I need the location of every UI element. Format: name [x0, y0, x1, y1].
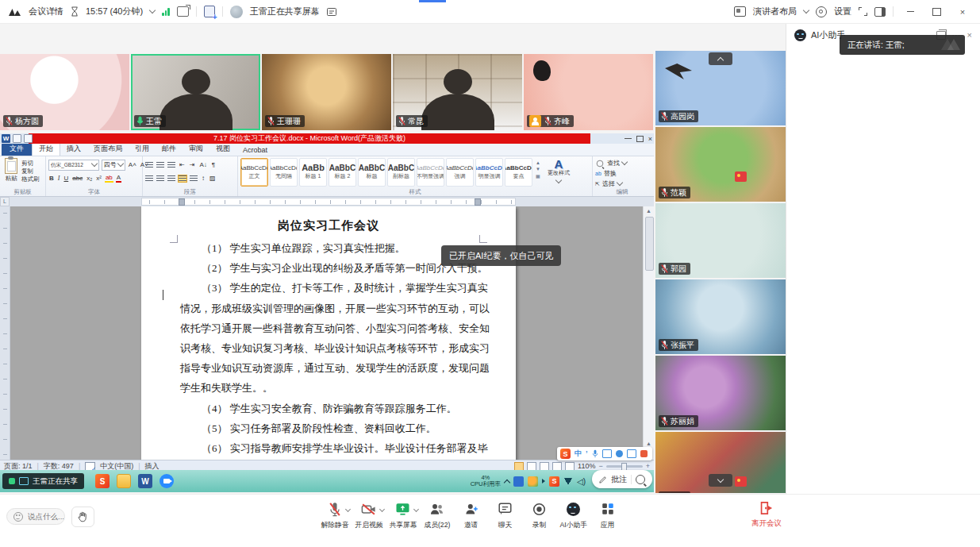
chevron-up-icon[interactable]: [345, 507, 351, 512]
timer-chevron-down-icon[interactable]: [149, 7, 156, 13]
paste-button[interactable]: 粘贴: [2, 158, 20, 183]
format-painter-button[interactable]: 格式刷: [21, 175, 40, 183]
emoji-icon[interactable]: [13, 512, 23, 522]
copy-button[interactable]: 复制: [21, 168, 40, 175]
bold-button[interactable]: B: [48, 175, 55, 182]
document-body[interactable]: （1） 学生实习单位跟踪，实习真实性把握。 （2） 学生与实习企业出现的纠纷及矛…: [180, 238, 477, 460]
document-page[interactable]: 岗位实习工作会议 （1） 学生实习单位跟踪，实习真实性把握。 （2） 学生与实习…: [141, 206, 516, 460]
tray-app-icon[interactable]: [513, 476, 524, 487]
punctuation-icon[interactable]: ’: [586, 449, 588, 459]
print-layout-view-button[interactable]: [514, 462, 524, 471]
taskbar-explorer-icon[interactable]: [117, 474, 131, 488]
invite-button[interactable]: 邀请: [454, 501, 488, 530]
justify-button[interactable]: [179, 175, 186, 182]
meeting-detail-link[interactable]: 会议详情: [29, 6, 63, 17]
sort-button[interactable]: A↓: [198, 161, 207, 168]
vertical-ruler[interactable]: [0, 206, 10, 460]
strikethrough-button[interactable]: abc: [71, 175, 83, 182]
document-text-line[interactable]: （6） 实习指导教师安排学生毕业设计。毕业设计任务部署及毕: [180, 438, 477, 458]
tray-network-icon[interactable]: [563, 478, 573, 485]
document-text-line[interactable]: 依托学习通开展一些科普教育互动问答、小型实习问答考核、安全知: [180, 318, 477, 338]
style-item[interactable]: AaBbC 标题 2: [329, 158, 356, 187]
annotation-pill[interactable]: 批注: [592, 470, 652, 488]
magnifier-icon[interactable]: [636, 475, 645, 484]
participant-video-tile[interactable]: 张振平: [655, 279, 786, 354]
ribbon-tab[interactable]: Acrobat: [236, 145, 274, 156]
underline-button[interactable]: U: [63, 175, 69, 182]
participant-video-tile[interactable]: 范颖: [655, 127, 786, 202]
subscript-button[interactable]: x₂: [86, 175, 93, 182]
word-minimize-button[interactable]: [625, 138, 632, 139]
new-doc-icon[interactable]: [204, 6, 215, 17]
word-restore-button[interactable]: [636, 136, 644, 142]
taskbar-sogou-icon[interactable]: S: [95, 474, 110, 488]
multilevel-list-button[interactable]: [167, 162, 175, 168]
apps-button[interactable]: 应用: [590, 501, 625, 530]
document-text-line[interactable]: 学生和失联学生。。: [180, 378, 477, 398]
style-item[interactable]: AaBbCcDd 正文: [240, 158, 268, 187]
align-right-button[interactable]: [167, 175, 175, 182]
outline-view-button[interactable]: [552, 462, 562, 471]
meeting-timer[interactable]: 15:57 (40分钟): [86, 6, 143, 17]
toolbox-icon[interactable]: [627, 449, 636, 458]
document-text-line[interactable]: 业作品质量、毕业报告格式认定。: [180, 458, 477, 460]
font-color-button[interactable]: A: [116, 174, 121, 183]
document-text-line[interactable]: 识考核、专业知识复习考核、毕业设计知识点考核等环节，形成实习: [180, 338, 477, 358]
filmstrip-scroll-down-button[interactable]: [709, 474, 732, 487]
participant-video-tile[interactable]: 王珊珊: [262, 54, 391, 130]
sogou-input-toolbar[interactable]: S 中 ’: [557, 447, 652, 460]
ribbon-tab[interactable]: 页面布局: [87, 143, 129, 156]
tray-sogou-icon[interactable]: S: [549, 476, 559, 487]
scrollbar-thumb[interactable]: [645, 217, 654, 271]
quick-chat-input[interactable]: [26, 511, 71, 522]
layout-selector[interactable]: 演讲者布局: [753, 6, 797, 17]
cut-button[interactable]: 剪切: [21, 160, 40, 168]
zoom-out-button[interactable]: −: [598, 462, 602, 470]
cpu-usage-widget[interactable]: 4% CPU利用率: [471, 475, 501, 487]
participant-video-tile[interactable]: 王雷: [131, 54, 260, 130]
taskbar-word-icon[interactable]: W: [138, 474, 152, 488]
find-button[interactable]: 查找: [595, 158, 649, 168]
style-item[interactable]: AaBbC 标题: [358, 158, 386, 187]
ribbon-tab[interactable]: 视图: [209, 143, 236, 156]
chat-button[interactable]: 聊天: [488, 501, 522, 530]
style-item[interactable]: AaBbCcDd 无间隔: [270, 158, 298, 187]
fullscreen-icon[interactable]: [859, 7, 867, 16]
font-name-combobox[interactable]: 仿宋_GB2312: [48, 160, 99, 171]
word-close-button[interactable]: ×: [648, 135, 652, 143]
ribbon-tab[interactable]: 插入: [60, 143, 87, 156]
close-button[interactable]: ×: [953, 5, 972, 19]
chevron-up-icon[interactable]: [413, 507, 419, 512]
fullscreen-view-button[interactable]: [527, 462, 536, 471]
chevron-up-icon[interactable]: [379, 507, 385, 512]
ribbon-tab[interactable]: 开始: [32, 142, 60, 156]
italic-button[interactable]: I: [57, 175, 61, 182]
style-item[interactable]: AaBbCcDe 明显强调: [475, 158, 503, 187]
ribbon-tab[interactable]: 文件: [2, 143, 32, 156]
tray-app-icon[interactable]: [528, 476, 538, 487]
align-center-button[interactable]: [156, 175, 164, 182]
quick-chat-pill[interactable]: [6, 508, 65, 525]
ribbon-tab[interactable]: 审阅: [183, 143, 209, 156]
indent-marker-right[interactable]: [475, 198, 481, 206]
horizontal-ruler[interactable]: L: [0, 197, 654, 206]
voice-input-icon[interactable]: [592, 449, 598, 458]
tab-selector[interactable]: L: [0, 197, 10, 206]
grow-font-button[interactable]: A˄: [128, 161, 137, 168]
highlight-color-button[interactable]: ab: [105, 174, 113, 183]
filmstrip-collapse-button[interactable]: [709, 52, 732, 65]
document-area[interactable]: 岗位实习工作会议 （1） 学生实习单位跟踪，实习真实性把握。 （2） 学生与实习…: [0, 206, 654, 460]
number-list-button[interactable]: [156, 162, 164, 168]
document-text-line[interactable]: （3） 学生的定位、打卡等工作，及时统计，掌握学生实习真实: [180, 278, 477, 298]
style-item[interactable]: AaBbCcDe 要点: [505, 158, 532, 187]
web-view-button[interactable]: [540, 462, 549, 471]
bullet-list-button[interactable]: [145, 162, 153, 168]
document-text-line[interactable]: （5） 实习任务部署及阶段性检查、资料回收工作。: [180, 418, 477, 438]
line-spacing-button[interactable]: ↕: [201, 175, 206, 182]
document-heading[interactable]: 岗位实习工作会议: [180, 215, 477, 236]
spellcheck-icon[interactable]: [85, 462, 95, 471]
maximize-button[interactable]: [927, 5, 946, 19]
document-text-line[interactable]: 指导专业知识互动资源库，通过互动、发现学生的活跃度，发现问题: [180, 358, 477, 378]
members-button[interactable]: 成员(22): [420, 501, 454, 530]
replace-button[interactable]: ab替换: [595, 168, 649, 179]
